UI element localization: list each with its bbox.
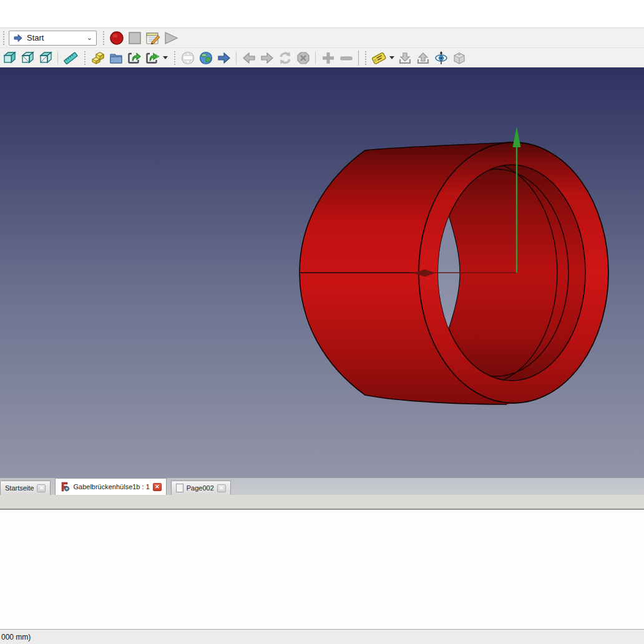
new-part-icon [90, 51, 105, 66]
tab-gabelbrueckenhuelse[interactable]: Gabelbrückenhülse1b : 1 ✕ [55, 478, 166, 495]
webpage-disabled-icon [180, 51, 195, 66]
record-macro-button[interactable] [107, 29, 125, 47]
edit-macros-button[interactable] [144, 29, 162, 47]
stop-macro-icon [127, 31, 142, 46]
export-multi-icon [145, 51, 160, 66]
page-icon [176, 484, 183, 492]
zoom-out-button[interactable] [337, 49, 355, 67]
open-folder-button[interactable] [107, 49, 125, 67]
toolbar-drag-handle[interactable] [2, 31, 6, 45]
side-cube-icon [38, 51, 53, 66]
toolbar-macro: Start ⌄ [0, 27, 644, 47]
refresh-button-disabled[interactable] [276, 49, 294, 67]
tab-label: Gabelbrückenhülse1b : 1 [73, 483, 149, 490]
import-button-disabled[interactable] [396, 49, 414, 67]
go-arrow-icon [217, 51, 232, 66]
toolbar-separator [358, 51, 359, 66]
toolbar-separator [236, 52, 237, 64]
tab-startseite[interactable]: Startseite ✕ [0, 481, 51, 495]
close-tab-icon[interactable]: ✕ [153, 483, 162, 491]
stop-macro-button[interactable] [125, 29, 144, 47]
open-website-button[interactable] [197, 49, 215, 67]
toolbar-separator [315, 52, 316, 64]
tag-dropdown[interactable] [388, 49, 396, 67]
import-tray-icon [398, 51, 412, 66]
side-view-button[interactable] [36, 49, 54, 67]
visibility-eye-icon [433, 51, 449, 66]
freecad-document-icon [60, 482, 70, 492]
statusbar-dimension-text: 000 mm) [1, 633, 31, 642]
toolbar-drag-handle[interactable] [173, 51, 177, 65]
tag-icon [371, 51, 386, 66]
tab-label: Page002 [187, 484, 214, 492]
edit-macros-icon [145, 31, 161, 46]
close-tab-icon[interactable]: ✕ [37, 484, 46, 492]
new-part-button[interactable] [89, 49, 107, 67]
toolbar-view-web [0, 47, 644, 67]
box-button-disabled[interactable] [450, 49, 468, 67]
export-tray-icon [416, 51, 431, 66]
toolbar-drag-handle[interactable] [364, 51, 368, 65]
box-disabled-icon [452, 51, 467, 66]
caret-down-icon [163, 56, 168, 60]
toolbar-separator [57, 52, 58, 64]
statusbar: 000 mm) [0, 629, 644, 644]
front-cube-icon [20, 51, 35, 66]
forward-arrow-icon [260, 51, 275, 66]
close-tab-icon[interactable]: ✕ [217, 484, 226, 492]
open-folder-icon [109, 51, 124, 66]
refresh-icon [278, 51, 293, 66]
stop-octagon-icon [296, 51, 311, 66]
workbench-arrow-icon [13, 34, 23, 42]
3d-viewport[interactable] [0, 67, 644, 478]
workbench-selector[interactable]: Start ⌄ [9, 31, 97, 46]
tab-label: Startseite [5, 484, 34, 492]
export-multi-button[interactable] [143, 49, 161, 67]
forward-button-disabled[interactable] [258, 49, 276, 67]
tab-page002[interactable]: Page002 ✕ [171, 481, 231, 495]
caret-down-icon [389, 56, 394, 60]
mdi-bottom-strip [0, 495, 644, 510]
toolbar-drag-handle[interactable] [83, 51, 87, 65]
export-icon [127, 51, 142, 66]
chevron-down-icon: ⌄ [87, 34, 92, 42]
menubar-space [0, 0, 644, 27]
freecad-window: Start ⌄ [0, 0, 644, 644]
execute-macro-button[interactable] [162, 29, 180, 47]
back-button-disabled[interactable] [240, 49, 258, 67]
zoom-out-icon [339, 51, 354, 66]
axonometric-view-button[interactable] [0, 49, 18, 67]
toolbar-drag-handle[interactable] [102, 31, 105, 45]
front-view-button[interactable] [18, 49, 36, 67]
record-macro-icon [109, 31, 124, 46]
execute-macro-icon [163, 31, 179, 46]
zoom-in-button[interactable] [319, 49, 337, 67]
export-button[interactable] [125, 49, 143, 67]
measure-distance-button[interactable] [61, 49, 79, 67]
tag-button[interactable] [369, 49, 388, 67]
webpage-button-disabled[interactable] [178, 49, 197, 67]
zoom-in-icon [321, 51, 336, 66]
lower-panel [0, 510, 644, 629]
toggle-visibility-button[interactable] [432, 49, 450, 67]
export-tray-button-disabled[interactable] [414, 49, 432, 67]
back-arrow-icon [242, 51, 256, 66]
workbench-selector-value: Start [27, 33, 83, 42]
export-dropdown[interactable] [161, 49, 169, 67]
measure-ruler-icon [63, 51, 78, 66]
go-button[interactable] [215, 49, 233, 67]
document-tabbar: Startseite ✕ Gabelbrückenhülse1b : 1 ✕ P… [0, 478, 644, 495]
axonometric-cube-icon [2, 51, 17, 66]
model-gabelbrueckenhuelse [0, 67, 644, 478]
stop-loading-button-disabled[interactable] [294, 49, 312, 67]
open-website-icon [198, 51, 213, 66]
